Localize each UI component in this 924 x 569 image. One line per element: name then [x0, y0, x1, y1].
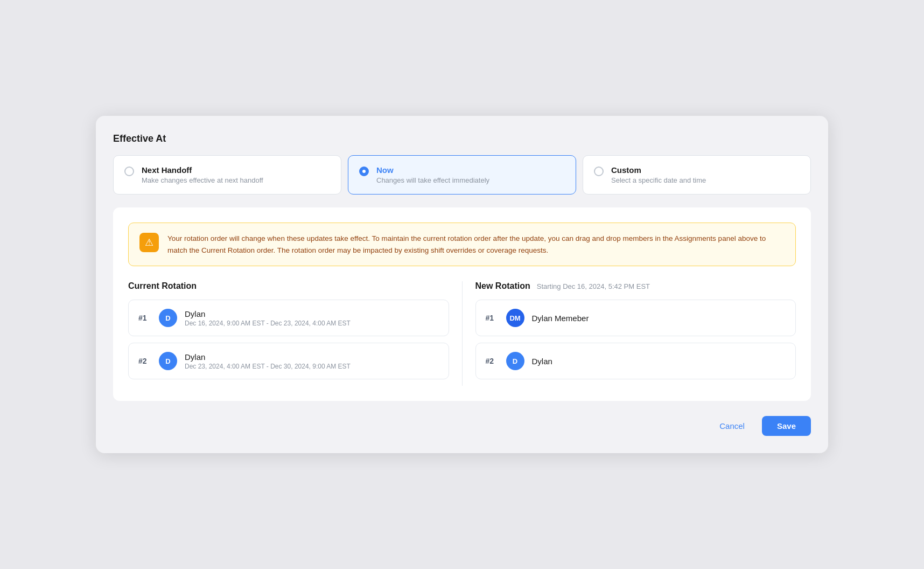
new-item-1-details: Dylan Memeber [532, 314, 589, 323]
option-custom-title: Custom [611, 165, 706, 175]
current-item-2-date: Dec 23, 2024, 4:00 AM EST - Dec 30, 2024… [185, 363, 351, 370]
column-divider [462, 281, 463, 386]
effective-at-options: Next Handoff Make changes effective at n… [113, 155, 811, 195]
current-rotation-item-1: #1 D Dylan Dec 16, 2024, 9:00 AM EST - D… [128, 300, 449, 336]
new-rotation-title: New Rotation [475, 281, 530, 291]
content-panel: ⚠ Your rotation order will change when t… [113, 207, 811, 401]
new-item-1-number: #1 [486, 314, 499, 322]
option-custom-text: Custom Select a specific date and time [611, 165, 706, 184]
option-now[interactable]: Now Changes will take effect immediately [348, 155, 576, 195]
radio-next-handoff[interactable] [124, 166, 134, 176]
current-item-2-name: Dylan [185, 352, 351, 362]
current-item-1-name: Dylan [185, 309, 351, 318]
option-custom[interactable]: Custom Select a specific date and time [583, 155, 811, 195]
warning-text: Your rotation order will change when the… [167, 233, 785, 256]
radio-now[interactable] [359, 166, 369, 176]
new-rotation-subtitle: Starting Dec 16, 2024, 5:42 PM EST [537, 282, 650, 290]
warning-icon: ⚠ [139, 233, 159, 252]
current-item-1-date: Dec 16, 2024, 9:00 AM EST - Dec 23, 2024… [185, 320, 351, 327]
current-item-2-avatar: D [159, 352, 177, 370]
new-rotation-item-1: #1 DM Dylan Memeber [475, 300, 796, 336]
new-rotation-item-2: #2 D Dylan [475, 343, 796, 379]
radio-custom[interactable] [594, 166, 604, 176]
new-item-2-details: Dylan [532, 357, 552, 366]
current-rotation-item-2: #2 D Dylan Dec 23, 2024, 4:00 AM EST - D… [128, 343, 449, 379]
option-now-text: Now Changes will take effect immediately [376, 165, 489, 184]
current-item-1-avatar: D [159, 309, 177, 327]
save-button[interactable]: Save [762, 416, 811, 436]
option-now-title: Now [376, 165, 489, 175]
new-rotation-col: New Rotation Starting Dec 16, 2024, 5:42… [475, 281, 796, 386]
rotations-row: Current Rotation #1 D Dylan Dec 16, 2024… [128, 281, 796, 386]
current-item-2-details: Dylan Dec 23, 2024, 4:00 AM EST - Dec 30… [185, 352, 351, 370]
new-item-2-avatar: D [506, 352, 524, 370]
option-next-handoff-title: Next Handoff [142, 165, 263, 175]
option-custom-desc: Select a specific date and time [611, 176, 706, 184]
modal-title: Effective At [113, 133, 811, 144]
new-item-2-number: #2 [486, 357, 499, 365]
option-next-handoff-text: Next Handoff Make changes effective at n… [142, 165, 263, 184]
current-item-2-number: #2 [138, 357, 151, 365]
new-item-2-name: Dylan [532, 357, 552, 366]
warning-box: ⚠ Your rotation order will change when t… [128, 223, 796, 266]
modal-footer: Cancel Save [113, 416, 811, 436]
current-rotation-title: Current Rotation [128, 281, 197, 291]
new-item-1-avatar: DM [506, 309, 524, 327]
current-rotation-header: Current Rotation [128, 281, 449, 291]
option-now-desc: Changes will take effect immediately [376, 176, 489, 184]
option-next-handoff[interactable]: Next Handoff Make changes effective at n… [113, 155, 341, 195]
current-rotation-col: Current Rotation #1 D Dylan Dec 16, 2024… [128, 281, 449, 386]
current-item-1-details: Dylan Dec 16, 2024, 9:00 AM EST - Dec 23… [185, 309, 351, 327]
new-item-1-name: Dylan Memeber [532, 314, 589, 323]
current-item-1-number: #1 [138, 314, 151, 322]
cancel-button[interactable]: Cancel [709, 416, 755, 436]
modal-container: Effective At Next Handoff Make changes e… [96, 116, 828, 453]
option-next-handoff-desc: Make changes effective at next handoff [142, 176, 263, 184]
new-rotation-header: New Rotation Starting Dec 16, 2024, 5:42… [475, 281, 796, 291]
